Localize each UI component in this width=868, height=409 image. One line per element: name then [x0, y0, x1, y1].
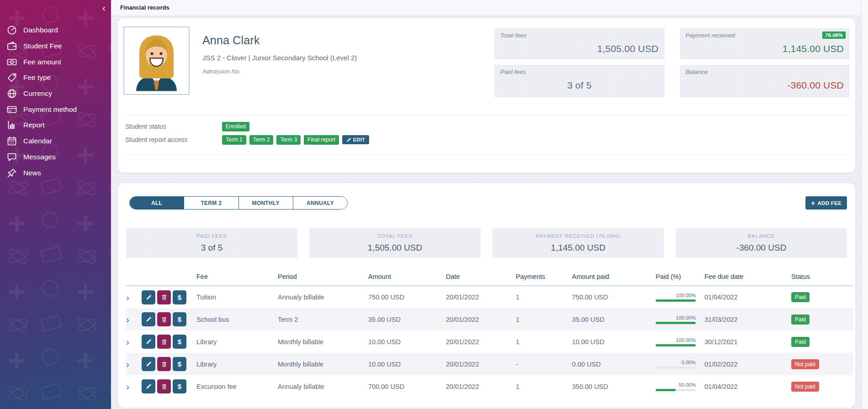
col-status: Status [791, 273, 853, 286]
fee-table-row: › $ Excursion fee Annualy billable 700.0… [126, 375, 853, 398]
student-status-label: Student status [125, 123, 222, 130]
edit-fee-button[interactable] [142, 357, 155, 371]
paid-progress-bar [656, 367, 696, 369]
cell-payments: - [516, 353, 572, 375]
sidebar-item-label: Dashboard [23, 26, 58, 34]
stat-card-balance: BALANCE-360.00 USD [676, 228, 847, 258]
col-paid-pct: Paid (%) [647, 273, 704, 286]
sidebar-item-news[interactable]: News [0, 165, 111, 181]
page-title: Financial records [120, 4, 169, 11]
trash-icon [161, 339, 167, 345]
period-filter-tabs: ALLTERM 2MONTHLYANNUALY [129, 196, 348, 210]
chart-icon [6, 120, 17, 131]
cell-date: 20/01/2022 [446, 330, 516, 353]
pencil-icon [146, 316, 152, 322]
delete-fee-button[interactable] [157, 357, 171, 371]
row-expand-chevron-icon[interactable]: › [126, 315, 129, 324]
tab-all[interactable]: ALL [130, 197, 184, 209]
add-fee-button[interactable]: + ADD FEE [805, 196, 847, 210]
scrollbar-track[interactable] [861, 0, 868, 409]
payment-button[interactable]: $ [173, 335, 186, 349]
paid-percent-label: 100.00% [647, 293, 696, 298]
edit-fee-button[interactable] [142, 290, 155, 304]
edit-report-access-button[interactable]: EDIT [342, 135, 369, 144]
report-access-badge-term-2: Term 2 [249, 135, 274, 145]
cell-amount-paid: 0.00 USD [572, 353, 647, 375]
sidebar-item-fee-amount[interactable]: Fee amount [0, 54, 111, 70]
pencil-icon [146, 383, 152, 389]
delete-fee-button[interactable] [157, 290, 171, 304]
paid-percent-label: 100.00% [647, 337, 696, 343]
sidebar-item-label: News [23, 169, 41, 177]
cell-payments: 1 [516, 375, 572, 398]
delete-fee-button[interactable] [157, 335, 171, 349]
balance-label: Balance [686, 68, 844, 75]
paid-progress-bar [656, 299, 696, 302]
payment-button[interactable]: $ [173, 312, 186, 326]
sidebar-item-currency[interactable]: Currency [0, 86, 111, 102]
edit-fee-button[interactable] [142, 312, 155, 326]
dollar-icon: $ [178, 315, 181, 323]
card-icon [6, 104, 17, 115]
row-expand-chevron-icon[interactable]: › [126, 359, 129, 369]
cell-fee-due-date: 30/12/2021 [704, 330, 791, 353]
sidebar-item-label: Student Fee [23, 42, 62, 50]
wallet-icon [6, 41, 17, 52]
sidebar-item-report[interactable]: Report [0, 117, 111, 133]
cell-amount-paid: 750.00 USD [572, 286, 647, 308]
tab-monthly[interactable]: MONTHLY [238, 197, 293, 209]
row-expand-chevron-icon[interactable]: › [126, 337, 129, 346]
payment-button[interactable]: $ [173, 290, 186, 304]
dollar-icon: $ [178, 294, 181, 301]
paid-percent-label: 50.00% [647, 382, 696, 388]
sidebar: ‹ Dashboard Student Fee Fee amount Fee t… [0, 0, 111, 409]
cell-amount: 10.00 USD [368, 330, 446, 353]
payment-button[interactable]: $ [173, 357, 186, 371]
balance-value: -360.00 USD [686, 80, 844, 91]
edit-fee-button[interactable] [142, 335, 155, 349]
tab-term-2[interactable]: TERM 2 [184, 197, 238, 209]
report-access-badge-term-1: Term 1 [222, 135, 246, 145]
cell-amount-paid: 10.00 USD [572, 330, 647, 353]
pencil-icon [146, 361, 152, 367]
row-expand-chevron-icon[interactable]: › [126, 293, 129, 302]
pencil-icon [146, 339, 152, 345]
cell-period: Monthly billable [278, 330, 368, 353]
total-fees-value: 1,505.00 USD [500, 43, 659, 54]
status-badge: Not paid [791, 359, 819, 369]
cell-payments: 1 [516, 286, 572, 308]
tab-annualy[interactable]: ANNUALY [293, 197, 347, 209]
avatar-illustration [126, 29, 187, 92]
edit-fee-button[interactable] [142, 379, 155, 393]
cell-amount: 750.00 USD [368, 286, 446, 308]
paid-fees-value: 3 of 5 [500, 80, 659, 91]
delete-fee-button[interactable] [157, 379, 171, 393]
total-fees-card: Total fees 1,505.00 USD [494, 28, 665, 59]
cell-amount-paid: 35.00 USD [572, 308, 647, 330]
sidebar-item-dashboard[interactable]: Dashboard [0, 22, 111, 38]
pencil-icon [346, 137, 351, 142]
report-access-badge-term-3: Term 3 [276, 135, 301, 145]
sidebar-collapse-button[interactable]: ‹ [102, 3, 106, 12]
chat-icon [6, 152, 17, 163]
trash-icon [161, 316, 167, 323]
fee-table-row: › $ Library Monthly billable 10.00 USD 2… [126, 330, 853, 353]
sidebar-item-student-fee[interactable]: Student Fee [0, 38, 111, 54]
sidebar-item-fee-type[interactable]: Fee type [0, 70, 111, 86]
sidebar-item-payment-method[interactable]: Payment method [0, 101, 111, 117]
sidebar-item-messages[interactable]: Messages [0, 149, 111, 165]
divider [124, 154, 849, 155]
sidebar-nav: Dashboard Student Fee Fee amount Fee typ… [0, 22, 111, 181]
delete-fee-button[interactable] [157, 312, 171, 326]
student-class-info: JSS 2 - Clover | Junior Secondary School… [202, 54, 357, 62]
fees-table: Fee Period Amount Date Payments Amount p… [126, 273, 853, 398]
sidebar-item-label: Report [23, 121, 45, 129]
payment-percent-badge: 76.08% [822, 31, 846, 39]
plus-icon: + [811, 199, 815, 206]
row-expand-chevron-icon[interactable]: › [126, 382, 129, 391]
sidebar-item-calendar[interactable]: Calendar [0, 133, 111, 149]
cell-period: Annualy billable [278, 375, 368, 398]
payment-button[interactable]: $ [173, 379, 186, 393]
cell-fee-due-date: 01/02/2022 [704, 353, 791, 375]
status-badge: Not paid [791, 382, 819, 392]
